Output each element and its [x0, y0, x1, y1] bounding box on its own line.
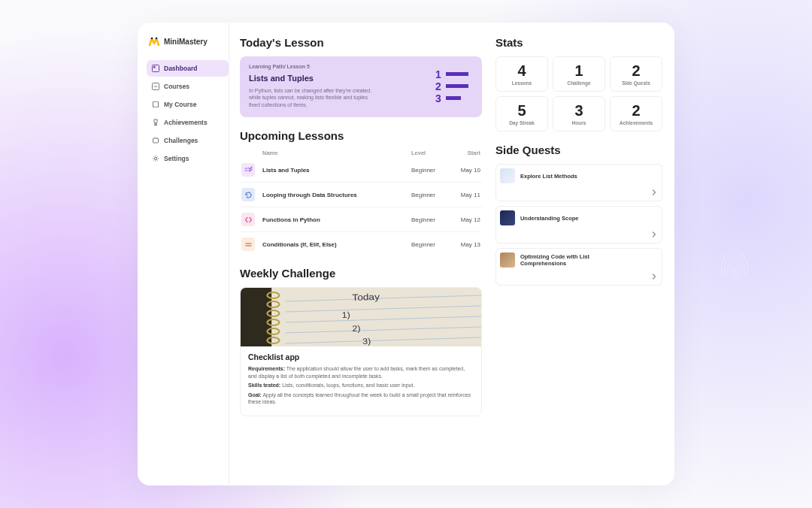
today-lesson-card[interactable]: Learning Path/ Lesson 5 Lists and Tuples…	[240, 56, 482, 117]
col-level: Level	[411, 150, 455, 156]
challenge-image: Today 1) 2) 3)	[241, 288, 481, 346]
svg-point-1	[156, 38, 158, 40]
app-window: MiniMastery Dashboard Courses My Course …	[138, 23, 674, 485]
table-row[interactable]: Looping through Data Structures Beginner…	[240, 182, 482, 207]
challenge-title: Checklist app	[248, 352, 474, 361]
stat-achievements: 2Achievements	[610, 96, 662, 132]
row-start: May 11	[455, 192, 480, 198]
loop-icon	[241, 188, 255, 201]
row-level: Beginner	[411, 241, 455, 248]
svg-text:2): 2)	[352, 324, 361, 334]
gear-icon	[152, 155, 159, 162]
nav-item-settings[interactable]: Settings	[147, 150, 229, 167]
brand-name: MiniMastery	[164, 38, 208, 46]
stat-label: Challenge	[556, 80, 601, 86]
breadcrumb: Learning Path/ Lesson 5	[249, 64, 425, 69]
nav-label: My Course	[164, 101, 196, 108]
row-start: May 12	[455, 216, 480, 223]
stat-lessons: 4Lessons	[495, 56, 548, 92]
nav-item-courses[interactable]: Courses	[147, 78, 229, 95]
lesson-description: In Python, lists can be changed after th…	[249, 87, 377, 108]
weekly-challenge-card[interactable]: Today 1) 2) 3) Checklist app Requirement…	[240, 287, 482, 416]
row-name: Conditionals (If, Elif, Else)	[262, 241, 411, 248]
nav-label: Challenges	[164, 137, 198, 144]
nav-label: Achievements	[164, 119, 208, 126]
stat-value: 1	[556, 63, 601, 78]
checklist-icon	[241, 163, 255, 177]
stat-value: 2	[614, 63, 659, 78]
nav-item-my-course[interactable]: My Course	[147, 96, 229, 113]
nav-item-challenges[interactable]: Challenges	[147, 132, 229, 149]
row-name: Lists and Tuples	[262, 167, 411, 174]
label: Requirements:	[248, 366, 285, 371]
row-level: Beginner	[411, 192, 455, 198]
stat-value: 4	[499, 63, 544, 78]
side-quest-item[interactable]: Explore List Methods	[495, 164, 662, 201]
label: Goal:	[248, 392, 262, 398]
upcoming-table-header: Name Level Start	[240, 150, 482, 158]
stat-label: Side Quests	[614, 80, 659, 86]
text: Lists, conditionals, loops, functions, a…	[280, 383, 414, 388]
book-icon	[152, 101, 159, 108]
chevron-right-icon	[651, 269, 657, 283]
lesson-text: Learning Path/ Lesson 5 Lists and Tuples…	[249, 64, 425, 108]
col-start: Start	[455, 150, 480, 156]
side-quests-list: Explore List Methods Understanding Scope…	[495, 164, 662, 286]
svg-rect-11	[446, 84, 468, 88]
col-name: Name	[241, 150, 411, 156]
svg-point-0	[151, 38, 153, 40]
lesson-title: Lists and Tuples	[249, 74, 425, 83]
svg-rect-10	[446, 72, 468, 76]
trophy-icon	[152, 119, 159, 126]
nav-item-achievements[interactable]: Achievements	[147, 114, 229, 131]
weekly-heading: Weekly Challenge	[240, 267, 482, 280]
quest-thumb	[500, 168, 515, 183]
stat-value: 2	[614, 103, 659, 118]
stat-challenge: 1Challenge	[553, 56, 605, 92]
text: Apply all the concepts learned throughou…	[248, 392, 471, 404]
row-start: May 10	[455, 167, 480, 174]
today-heading: Today's Lesson	[240, 36, 482, 49]
side-quest-item[interactable]: Understanding Scope	[495, 206, 662, 243]
svg-rect-5	[153, 138, 159, 143]
stat-label: Day Streak	[499, 120, 544, 125]
side-quest-item[interactable]: Optimizing Code with List Comprehensions	[495, 248, 662, 286]
stat-side-quests: 2Side Quests	[610, 56, 662, 92]
nav-label: Courses	[164, 83, 189, 90]
quest-thumb	[500, 210, 515, 225]
svg-rect-3	[153, 66, 156, 68]
challenge-goal: Goal: Apply all the concepts learned thr…	[248, 392, 474, 406]
row-name: Looping through Data Structures	[262, 192, 411, 198]
stat-hours: 3Hours	[553, 96, 605, 132]
svg-rect-12	[446, 96, 461, 100]
stats-heading: Stats	[495, 36, 662, 49]
table-row[interactable]: Lists and Tuples Beginner May 10	[240, 158, 482, 182]
svg-text:3: 3	[435, 92, 441, 104]
equals-icon	[241, 237, 255, 251]
table-row[interactable]: Functions in Python Beginner May 12	[240, 207, 482, 231]
stat-value: 3	[556, 103, 601, 118]
nav: Dashboard Courses My Course Achievements…	[147, 60, 229, 167]
nav-label: Dashboard	[164, 65, 197, 72]
dashboard-icon	[152, 65, 159, 72]
svg-rect-2	[153, 65, 159, 72]
stat-label: Hours	[556, 120, 601, 125]
upcoming-heading: Upcoming Lessons	[240, 129, 482, 142]
row-start: May 13	[455, 241, 480, 248]
code-icon	[241, 213, 255, 226]
svg-text:1: 1	[435, 68, 441, 80]
svg-point-6	[154, 157, 156, 159]
chevron-right-icon	[651, 227, 657, 240]
stat-label: Achievements	[614, 120, 659, 125]
stat-label: Lessons	[499, 80, 544, 86]
brand-logo-icon	[148, 36, 160, 47]
table-row[interactable]: Conditionals (If, Elif, Else) Beginner M…	[240, 231, 482, 256]
challenge-body: Checklist app Requirements: The applicat…	[241, 346, 481, 415]
courses-icon	[152, 83, 159, 90]
column-left: Today's Lesson Learning Path/ Lesson 5 L…	[240, 32, 482, 472]
nav-label: Settings	[164, 155, 189, 162]
nav-item-dashboard[interactable]: Dashboard	[147, 60, 229, 77]
row-level: Beginner	[411, 167, 455, 174]
quest-thumb	[500, 252, 515, 268]
row-name: Functions in Python	[262, 216, 411, 223]
